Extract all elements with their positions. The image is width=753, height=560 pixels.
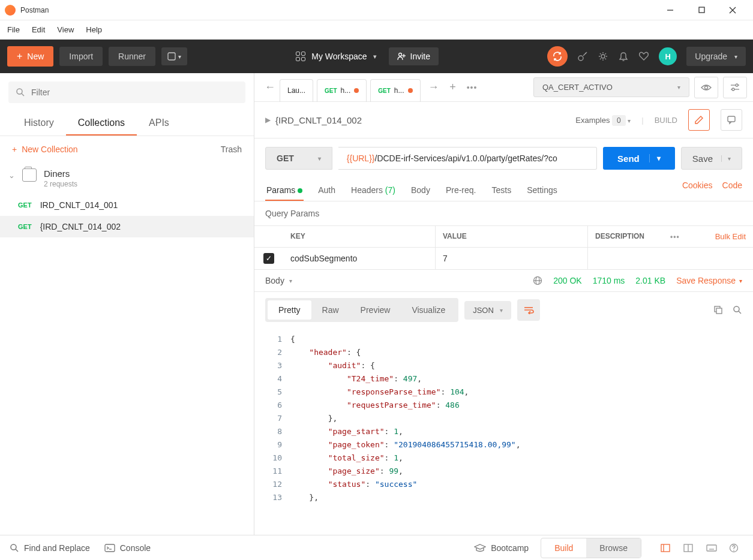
save-response-button[interactable]: Save Response▾ xyxy=(676,276,742,285)
capture-icon[interactable] xyxy=(577,51,588,62)
heart-icon[interactable] xyxy=(638,51,649,62)
response-body[interactable]: 1{2 "header": {3 "audit": {4 "T24_time":… xyxy=(254,328,753,535)
view-preview[interactable]: Preview xyxy=(350,300,401,320)
menu-help[interactable]: Help xyxy=(86,25,102,34)
url-input[interactable]: {{URL}}/DCDE-irf-Services/api/v1.0.0/par… xyxy=(338,147,597,170)
filter-input[interactable] xyxy=(8,82,245,103)
user-avatar[interactable]: H xyxy=(659,47,677,65)
param-key[interactable]: codSubSegmento xyxy=(283,248,436,269)
tab-params[interactable]: Params xyxy=(265,180,304,201)
send-button[interactable]: Send▾ xyxy=(603,147,675,170)
invite-button[interactable]: Invite xyxy=(389,47,439,65)
new-button[interactable]: +New xyxy=(7,46,53,67)
plus-icon: + xyxy=(17,51,22,62)
trash-link[interactable]: Trash xyxy=(221,144,242,154)
response-body-dropdown[interactable]: Body▾ xyxy=(265,276,292,285)
request-item[interactable]: GET {IRD_CNLT_014_002 xyxy=(0,216,254,237)
maximize-button[interactable] xyxy=(693,2,710,19)
console-button[interactable]: Console xyxy=(104,543,151,553)
param-description[interactable] xyxy=(588,248,753,269)
settings-icon[interactable] xyxy=(598,51,608,62)
tab-history[interactable]: History xyxy=(12,112,66,136)
bootcamp-button[interactable]: Bootcamp xyxy=(474,543,529,553)
request-header: ▶{IRD_CNLT_014_002 Examples 0 ▾ | BUILD xyxy=(254,102,753,139)
eye-icon xyxy=(701,84,712,91)
svg-point-16 xyxy=(736,84,738,86)
active-dot-icon xyxy=(298,188,302,193)
runner-button[interactable]: Runner xyxy=(109,47,155,66)
tab-more-button[interactable]: ••• xyxy=(463,78,482,97)
menu-view[interactable]: View xyxy=(57,25,74,34)
svg-rect-19 xyxy=(728,116,735,122)
tab-back-button[interactable]: ← xyxy=(260,78,280,97)
browse-toggle[interactable]: Browse xyxy=(586,538,641,558)
keyboard-icon[interactable] xyxy=(706,544,721,552)
chevron-down-icon[interactable]: ▾ xyxy=(721,155,731,162)
examples-dropdown[interactable]: Examples 0 ▾ xyxy=(575,116,631,125)
bulk-edit-link[interactable]: Bulk Edit xyxy=(715,232,746,241)
collection-item[interactable]: ⌄ Diners 2 requests xyxy=(0,162,254,194)
tab-headers[interactable]: Headers (7) xyxy=(350,180,397,201)
request-item[interactable]: GET IRD_CNLT_014_001 xyxy=(0,194,254,216)
tab-request-1[interactable]: GETh... xyxy=(317,79,367,102)
environment-preview-button[interactable] xyxy=(694,77,718,98)
environment-settings-button[interactable] xyxy=(723,77,747,98)
postman-logo-icon xyxy=(5,5,16,16)
import-button[interactable]: Import xyxy=(59,47,103,66)
tab-prereq[interactable]: Pre-req. xyxy=(445,180,478,201)
svg-point-5 xyxy=(398,53,401,56)
layout-split-icon[interactable] xyxy=(683,544,698,552)
code-link[interactable]: Code xyxy=(722,180,742,201)
sync-icon xyxy=(552,51,563,62)
method-selector[interactable]: GET▾ xyxy=(265,147,332,170)
tab-body[interactable]: Body xyxy=(410,180,431,201)
layout-single-icon[interactable] xyxy=(661,544,675,552)
menu-file[interactable]: File xyxy=(7,25,20,34)
request-method: GET xyxy=(18,223,32,230)
param-value[interactable]: 7 xyxy=(436,248,588,269)
sync-button[interactable] xyxy=(547,46,568,67)
tab-apis[interactable]: APIs xyxy=(137,112,181,136)
edit-button[interactable] xyxy=(688,109,710,131)
more-icon[interactable]: ••• xyxy=(670,233,680,241)
tab-forward-button[interactable]: → xyxy=(424,78,443,97)
col-value: VALUE xyxy=(436,226,588,247)
tab-tests[interactable]: Tests xyxy=(490,180,512,201)
chevron-down-icon[interactable]: ▾ xyxy=(649,154,661,162)
tab-add-button[interactable]: + xyxy=(443,78,463,97)
copy-button[interactable] xyxy=(713,305,723,315)
format-selector[interactable]: JSON▾ xyxy=(464,301,511,320)
cookies-link[interactable]: Cookies xyxy=(682,180,713,201)
comment-icon xyxy=(727,115,736,125)
view-raw[interactable]: Raw xyxy=(311,300,350,320)
build-toggle[interactable]: Build xyxy=(541,538,586,558)
minimize-button[interactable] xyxy=(662,2,679,19)
search-response-button[interactable] xyxy=(733,305,742,315)
find-replace-button[interactable]: Find and Replace xyxy=(10,543,90,553)
svg-rect-36 xyxy=(707,545,716,551)
tab-request-2[interactable]: GETh... xyxy=(370,79,420,102)
view-visualize[interactable]: Visualize xyxy=(401,300,456,320)
view-pretty[interactable]: Pretty xyxy=(268,300,311,320)
notifications-icon[interactable] xyxy=(618,51,629,62)
tab-auth[interactable]: Auth xyxy=(317,180,337,201)
line-wrap-button[interactable] xyxy=(517,299,540,321)
menu-edit[interactable]: Edit xyxy=(32,25,45,34)
close-button[interactable] xyxy=(724,2,741,19)
svg-rect-25 xyxy=(716,308,722,314)
globe-icon[interactable] xyxy=(533,276,542,285)
environment-selector[interactable]: QA_CERT_ACTIVO▾ xyxy=(533,77,689,97)
comment-button[interactable] xyxy=(721,109,742,131)
upgrade-button[interactable]: Upgrade▾ xyxy=(686,47,746,66)
save-button[interactable]: Save▾ xyxy=(681,147,742,170)
tab-settings[interactable]: Settings xyxy=(526,180,559,201)
new-collection-button[interactable]: +New Collection xyxy=(12,144,78,154)
collapse-icon[interactable]: ▶ xyxy=(265,116,271,124)
tab-collections[interactable]: Collections xyxy=(66,112,137,136)
pencil-icon xyxy=(694,115,704,125)
open-new-button[interactable]: ▾ xyxy=(161,47,187,65)
help-icon[interactable] xyxy=(729,543,743,553)
checkbox[interactable]: ✓ xyxy=(263,253,274,264)
workspace-selector[interactable]: My Workspace ▾ xyxy=(296,52,376,61)
tab-launchpad[interactable]: Lau... xyxy=(280,79,313,102)
